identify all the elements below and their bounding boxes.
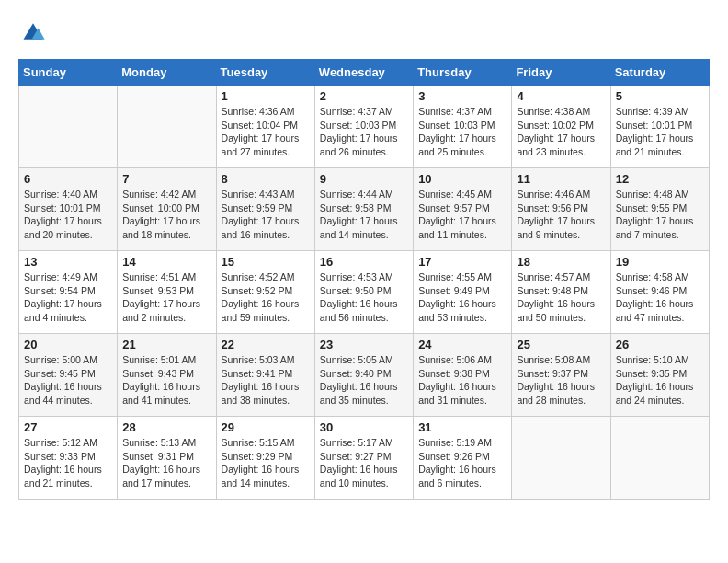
col-header-thursday: Thursday [414,60,512,86]
day-info: Sunrise: 4:55 AM Sunset: 9:49 PM Dayligh… [418,270,506,325]
col-header-tuesday: Tuesday [216,60,314,86]
calendar-cell: 2Sunrise: 4:37 AM Sunset: 10:03 PM Dayli… [314,86,413,168]
calendar-cell: 22Sunrise: 5:03 AM Sunset: 9:41 PM Dayli… [216,334,314,417]
calendar-cell: 24Sunrise: 5:06 AM Sunset: 9:38 PM Dayli… [414,334,512,417]
calendar-week-3: 13Sunrise: 4:49 AM Sunset: 9:54 PM Dayli… [19,251,710,334]
day-number: 16 [320,255,408,269]
day-info: Sunrise: 5:01 AM Sunset: 9:43 PM Dayligh… [122,353,210,408]
day-number: 31 [418,420,506,434]
day-info: Sunrise: 5:08 AM Sunset: 9:37 PM Dayligh… [517,353,605,408]
page-header [18,18,710,44]
day-number: 18 [517,255,605,269]
day-number: 17 [418,255,506,269]
header-row: SundayMondayTuesdayWednesdayThursdayFrid… [19,60,710,86]
calendar-cell [118,86,216,168]
day-number: 2 [320,89,408,103]
day-info: Sunrise: 5:15 AM Sunset: 9:29 PM Dayligh… [222,436,310,490]
calendar-cell: 11Sunrise: 4:46 AM Sunset: 9:56 PM Dayli… [512,168,610,251]
calendar-cell: 25Sunrise: 5:08 AM Sunset: 9:37 PM Dayli… [512,334,610,417]
calendar-cell: 8Sunrise: 4:43 AM Sunset: 9:59 PM Daylig… [216,168,314,251]
day-info: Sunrise: 4:39 AM Sunset: 10:01 PM Daylig… [616,105,704,159]
day-number: 29 [222,420,310,434]
calendar-cell: 9Sunrise: 4:44 AM Sunset: 9:58 PM Daylig… [314,168,413,251]
day-number: 15 [222,255,310,269]
calendar-week-2: 6Sunrise: 4:40 AM Sunset: 10:01 PM Dayli… [19,168,710,251]
logo-icon [20,18,46,44]
day-info: Sunrise: 4:38 AM Sunset: 10:02 PM Daylig… [517,105,605,159]
calendar-cell: 26Sunrise: 5:10 AM Sunset: 9:35 PM Dayli… [610,334,709,417]
day-info: Sunrise: 4:42 AM Sunset: 10:00 PM Daylig… [122,188,210,242]
calendar-cell: 21Sunrise: 5:01 AM Sunset: 9:43 PM Dayli… [118,334,216,417]
day-info: Sunrise: 4:58 AM Sunset: 9:46 PM Dayligh… [616,270,704,325]
calendar-table: SundayMondayTuesdayWednesdayThursdayFrid… [18,59,710,500]
day-number: 19 [616,255,704,269]
day-number: 4 [517,89,605,103]
calendar-cell [19,86,118,168]
day-info: Sunrise: 5:19 AM Sunset: 9:26 PM Dayligh… [418,436,506,490]
day-info: Sunrise: 5:00 AM Sunset: 9:45 PM Dayligh… [24,353,112,408]
day-info: Sunrise: 5:05 AM Sunset: 9:40 PM Dayligh… [320,353,408,408]
day-info: Sunrise: 5:12 AM Sunset: 9:33 PM Dayligh… [24,436,112,490]
day-number: 14 [122,255,210,269]
calendar-cell: 10Sunrise: 4:45 AM Sunset: 9:57 PM Dayli… [414,168,512,251]
day-info: Sunrise: 4:49 AM Sunset: 9:54 PM Dayligh… [24,270,112,325]
day-number: 3 [418,89,506,103]
calendar-cell: 13Sunrise: 4:49 AM Sunset: 9:54 PM Dayli… [19,251,118,334]
day-info: Sunrise: 4:36 AM Sunset: 10:04 PM Daylig… [222,105,310,159]
col-header-saturday: Saturday [610,60,709,86]
calendar-cell: 19Sunrise: 4:58 AM Sunset: 9:46 PM Dayli… [610,251,709,334]
day-number: 6 [24,172,112,186]
day-info: Sunrise: 5:10 AM Sunset: 9:35 PM Dayligh… [616,353,704,408]
calendar-cell: 5Sunrise: 4:39 AM Sunset: 10:01 PM Dayli… [610,86,709,168]
day-number: 10 [418,172,506,186]
day-info: Sunrise: 5:17 AM Sunset: 9:27 PM Dayligh… [320,436,408,490]
logo [18,18,46,44]
day-number: 25 [517,338,605,351]
calendar-cell: 12Sunrise: 4:48 AM Sunset: 9:55 PM Dayli… [610,168,709,251]
calendar-cell: 17Sunrise: 4:55 AM Sunset: 9:49 PM Dayli… [414,251,512,334]
day-number: 5 [616,89,704,103]
calendar-cell: 6Sunrise: 4:40 AM Sunset: 10:01 PM Dayli… [19,168,118,251]
calendar-cell: 16Sunrise: 4:53 AM Sunset: 9:50 PM Dayli… [314,251,413,334]
day-info: Sunrise: 5:06 AM Sunset: 9:38 PM Dayligh… [418,353,506,408]
calendar-cell: 30Sunrise: 5:17 AM Sunset: 9:27 PM Dayli… [314,417,413,500]
day-info: Sunrise: 4:48 AM Sunset: 9:55 PM Dayligh… [616,188,704,242]
day-info: Sunrise: 4:57 AM Sunset: 9:48 PM Dayligh… [517,270,605,325]
calendar-cell: 1Sunrise: 4:36 AM Sunset: 10:04 PM Dayli… [216,86,314,168]
calendar-cell: 7Sunrise: 4:42 AM Sunset: 10:00 PM Dayli… [118,168,216,251]
day-number: 20 [24,338,112,351]
calendar-cell: 3Sunrise: 4:37 AM Sunset: 10:03 PM Dayli… [414,86,512,168]
day-number: 12 [616,172,704,186]
col-header-monday: Monday [118,60,216,86]
calendar-cell: 31Sunrise: 5:19 AM Sunset: 9:26 PM Dayli… [414,417,512,500]
day-number: 22 [222,338,310,351]
calendar-cell: 18Sunrise: 4:57 AM Sunset: 9:48 PM Dayli… [512,251,610,334]
day-info: Sunrise: 4:45 AM Sunset: 9:57 PM Dayligh… [418,188,506,242]
day-number: 21 [122,338,210,351]
day-info: Sunrise: 4:44 AM Sunset: 9:58 PM Dayligh… [320,188,408,242]
day-info: Sunrise: 4:52 AM Sunset: 9:52 PM Dayligh… [222,270,310,325]
day-info: Sunrise: 4:53 AM Sunset: 9:50 PM Dayligh… [320,270,408,325]
calendar-cell: 20Sunrise: 5:00 AM Sunset: 9:45 PM Dayli… [19,334,118,417]
col-header-friday: Friday [512,60,610,86]
calendar-week-1: 1Sunrise: 4:36 AM Sunset: 10:04 PM Dayli… [19,86,710,168]
calendar-cell: 15Sunrise: 4:52 AM Sunset: 9:52 PM Dayli… [216,251,314,334]
day-info: Sunrise: 4:43 AM Sunset: 9:59 PM Dayligh… [222,188,310,242]
day-number: 24 [418,338,506,351]
calendar-cell: 23Sunrise: 5:05 AM Sunset: 9:40 PM Dayli… [314,334,413,417]
day-info: Sunrise: 4:37 AM Sunset: 10:03 PM Daylig… [320,105,408,159]
calendar-cell [512,417,610,500]
calendar-week-4: 20Sunrise: 5:00 AM Sunset: 9:45 PM Dayli… [19,334,710,417]
day-info: Sunrise: 5:03 AM Sunset: 9:41 PM Dayligh… [222,353,310,408]
day-number: 1 [222,89,310,103]
day-info: Sunrise: 4:46 AM Sunset: 9:56 PM Dayligh… [517,188,605,242]
calendar-cell: 14Sunrise: 4:51 AM Sunset: 9:53 PM Dayli… [118,251,216,334]
day-number: 11 [517,172,605,186]
day-number: 23 [320,338,408,351]
calendar-cell: 28Sunrise: 5:13 AM Sunset: 9:31 PM Dayli… [118,417,216,500]
day-number: 28 [122,420,210,434]
day-number: 9 [320,172,408,186]
day-number: 7 [122,172,210,186]
day-info: Sunrise: 4:37 AM Sunset: 10:03 PM Daylig… [418,105,506,159]
day-info: Sunrise: 5:13 AM Sunset: 9:31 PM Dayligh… [122,436,210,490]
